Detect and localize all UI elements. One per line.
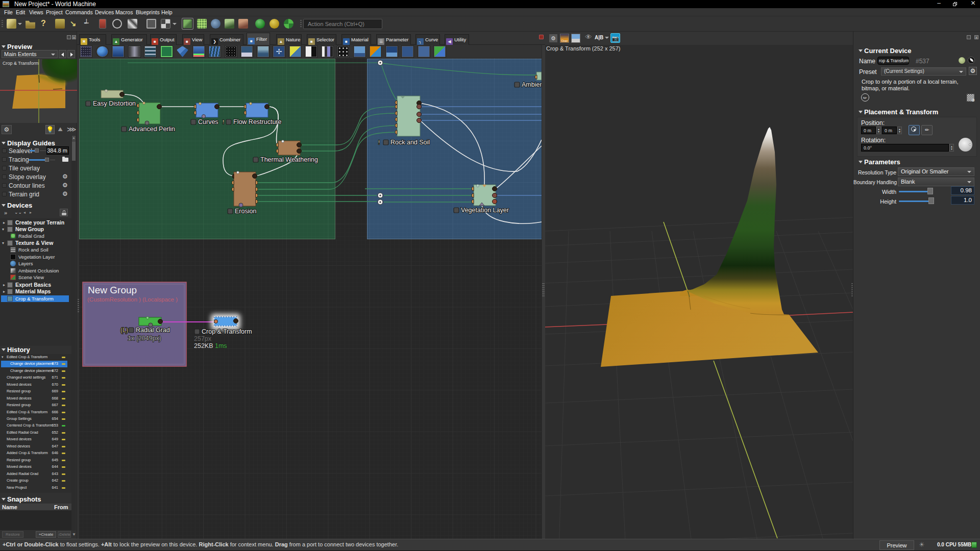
svg-text:Crop & Transform: Crop & Transform bbox=[202, 328, 252, 335]
svg-text:Crop & Transform: Crop & Transform bbox=[3, 61, 39, 66]
svg-text:Vegetation Layer: Vegetation Layer bbox=[461, 207, 509, 214]
svg-text:!: ! bbox=[223, 119, 224, 125]
svg-text:252KB: 252KB bbox=[194, 342, 213, 349]
svg-text:Ambient Occl: Ambient Occl bbox=[522, 81, 542, 88]
svg-text:Rock and Soil: Rock and Soil bbox=[390, 139, 430, 146]
svg-text:Flow Restructure: Flow Restructure bbox=[233, 118, 282, 126]
svg-text:!: ! bbox=[378, 139, 380, 145]
svg-text:Radial Grad: Radial Grad bbox=[136, 327, 170, 334]
svg-text:(CustomResolution ) (Localspac: (CustomResolution ) (Localspace ) bbox=[87, 296, 178, 303]
svg-text:1x (2049px): 1x (2049px) bbox=[128, 335, 161, 342]
svg-text:New Group: New Group bbox=[88, 285, 137, 295]
svg-text:Curves: Curves bbox=[198, 118, 218, 126]
svg-text:Advanced Perlin: Advanced Perlin bbox=[129, 126, 175, 133]
svg-text:Erosion: Erosion bbox=[235, 208, 256, 215]
svg-text:1ms: 1ms bbox=[215, 342, 227, 349]
svg-text:257px: 257px bbox=[194, 335, 212, 342]
svg-text:(L): (L) bbox=[120, 327, 128, 334]
svg-text:Thermal Weathering: Thermal Weathering bbox=[260, 156, 318, 163]
svg-text:Easy Distortion: Easy Distortion bbox=[93, 100, 136, 107]
